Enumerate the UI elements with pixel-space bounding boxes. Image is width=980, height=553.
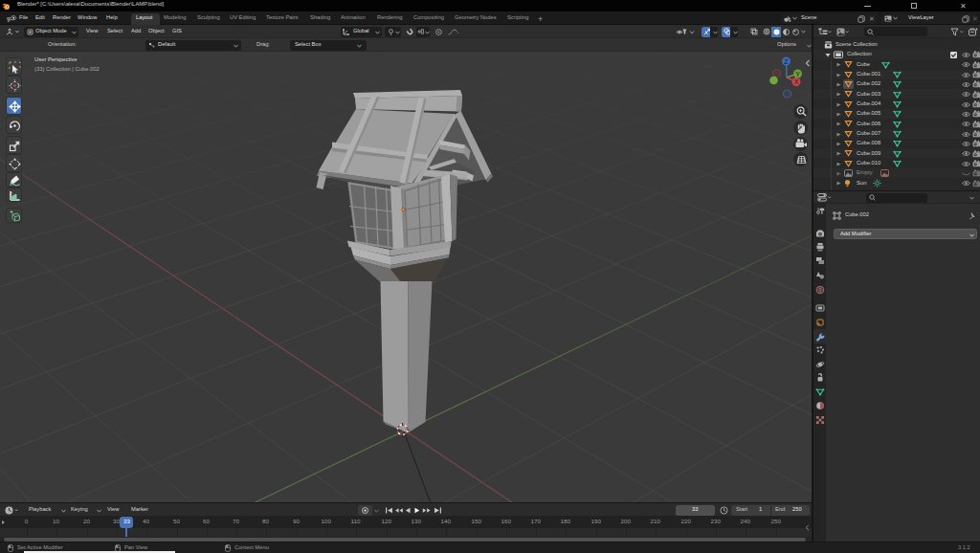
svg-text:Z: Z bbox=[784, 58, 789, 65]
svg-text:Y: Y bbox=[795, 71, 800, 77]
svg-text:X: X bbox=[794, 78, 799, 85]
